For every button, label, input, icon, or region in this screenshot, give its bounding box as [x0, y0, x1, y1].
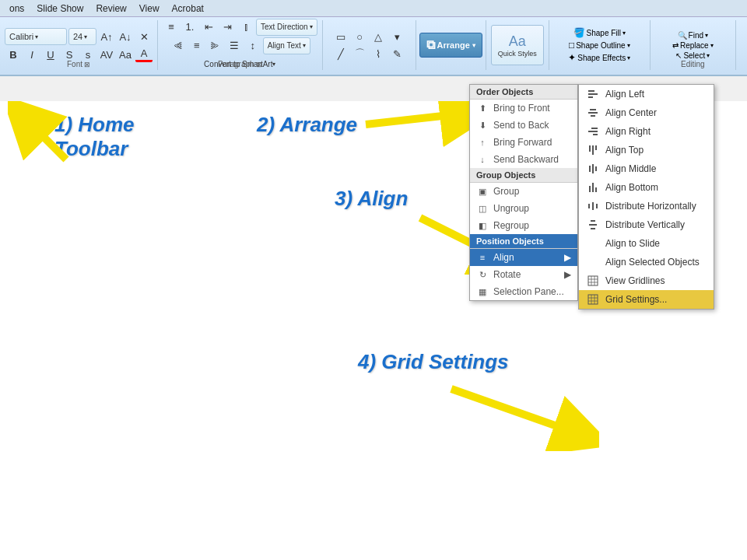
find-row[interactable]: 🔍 Find ▾ — [678, 31, 708, 40]
paragraph-expand-icon[interactable]: ⊠ — [256, 61, 262, 68]
replace-label: Replace — [680, 41, 709, 50]
shape-fill-row[interactable]: 🪣 Shape Fill ▾ — [573, 27, 626, 38]
svg-rect-3 — [590, 109, 596, 110]
svg-rect-4 — [588, 112, 598, 114]
justify-btn[interactable]: ☰ — [226, 38, 243, 54]
view-gridlines-item[interactable]: View Gridlines — [579, 271, 714, 290]
align-top-item[interactable]: Align Top — [579, 141, 714, 159]
align-left-btn[interactable]: ⫷ — [170, 38, 187, 54]
group-item[interactable]: ▣ Group — [470, 183, 577, 200]
ungroup-item[interactable]: ◫ Ungroup — [470, 200, 577, 217]
shape-fill-icon: 🪣 — [573, 27, 585, 38]
group-icon: ▣ — [476, 185, 489, 198]
line-spacing-btn[interactable]: ↕ — [244, 38, 261, 54]
replace-row[interactable]: ⇄ Replace ▾ — [672, 41, 714, 50]
shape-line-btn[interactable]: ╱ — [332, 46, 349, 61]
editing-group: 🔍 Find ▾ ⇄ Replace ▾ ↖ Select ▾ Editing — [651, 20, 736, 70]
dropdown-menu: Order Objects ⬆ Bring to Front ⬇ Send to… — [469, 84, 578, 301]
increase-font-btn[interactable]: A↑ — [98, 29, 115, 44]
shape-format-group: 🪣 Shape Fill ▾ □ Shape Outline ▾ ✦ Shape… — [549, 20, 651, 70]
align-to-slide-item[interactable]: Align to Slide — [579, 234, 714, 253]
shape-arc-btn[interactable]: ⌒ — [351, 46, 368, 61]
replace-icon: ⇄ — [672, 41, 679, 50]
shape-outline-row[interactable]: □ Shape Outline ▾ — [569, 40, 630, 51]
align-text-btn[interactable]: Align Text ▾ — [263, 37, 310, 54]
font-size-label: 24 — [73, 32, 82, 41]
bring-forward-item[interactable]: ↑ Bring Forward — [470, 134, 577, 151]
rotate-item[interactable]: ↻ Rotate ▶ — [470, 266, 577, 283]
decrease-font-btn[interactable]: A↓ — [117, 29, 134, 44]
align-item[interactable]: ≡ Align ▶ — [470, 249, 577, 266]
increase-indent-btn[interactable]: ⇥ — [219, 19, 236, 35]
menubar-item-slideshow[interactable]: Slide Show — [30, 2, 89, 16]
align-selected-item[interactable]: Align Selected Objects — [579, 253, 714, 271]
align-submenu-arrow: ▶ — [564, 252, 571, 263]
bullets-btn[interactable]: ≡ — [163, 19, 180, 35]
svg-rect-19 — [592, 202, 594, 210]
distribute-vertical-item[interactable]: Distribute Vertically — [579, 215, 714, 234]
decrease-indent-btn[interactable]: ⇤ — [200, 19, 217, 35]
shape-tri-btn[interactable]: △ — [370, 29, 387, 44]
editing-group-label: Editing — [651, 60, 735, 68]
group-label: Group — [493, 186, 519, 197]
bring-to-front-item[interactable]: ⬆ Bring to Front — [470, 100, 577, 117]
regroup-label: Regroup — [493, 220, 529, 231]
shape-freeform-btn[interactable]: ⌇ — [370, 46, 387, 61]
ribbon-toolbar-row: Calibri ▾ 24 ▾ A↑ A↓ ✕ B I U S s AV Aa A — [0, 19, 747, 72]
regroup-item[interactable]: ◧ Regroup — [470, 217, 577, 234]
position-objects-header: Position Objects — [470, 234, 577, 249]
quick-styles-label: Quick Styles — [498, 50, 537, 58]
selection-pane-item[interactable]: ▦ Selection Pane... — [470, 283, 577, 300]
font-row1: Calibri ▾ 24 ▾ A↑ A↓ ✕ — [5, 28, 153, 45]
arrange-btn[interactable]: ⧉ Arrange ▾ — [419, 33, 482, 58]
send-backward-label: Send Backward — [493, 154, 559, 165]
numbering-btn[interactable]: 1. — [181, 19, 198, 35]
clear-format-btn[interactable]: ✕ — [135, 29, 153, 44]
svg-rect-5 — [591, 115, 595, 117]
svg-rect-9 — [589, 145, 591, 152]
font-size-btn[interactable]: 24 ▾ — [68, 28, 96, 45]
select-row[interactable]: ↖ Select ▾ — [675, 51, 710, 60]
align-center-item[interactable]: Align Center — [579, 103, 714, 122]
font-size-arrow: ▾ — [84, 33, 87, 40]
menubar-item-ons[interactable]: ons — [3, 2, 30, 16]
align-bottom-icon — [587, 181, 599, 194]
send-backward-icon: ↓ — [476, 153, 489, 166]
columns-btn[interactable]: ⫿ — [237, 19, 254, 35]
shape-ellipse-btn[interactable]: ○ — [351, 29, 368, 44]
find-label: Find — [689, 31, 703, 40]
align-bottom-item[interactable]: Align Bottom — [579, 178, 714, 197]
font-name-btn[interactable]: Calibri ▾ — [5, 28, 67, 45]
paragraph-group: ≡ 1. ⇤ ⇥ ⫿ Text Direction ▾ ⫷ ≡ ⫸ ☰ ↕ Al… — [158, 20, 323, 70]
shape-edit-btn[interactable]: ✎ — [388, 46, 405, 61]
send-to-back-item[interactable]: ⬇ Send to Back — [470, 117, 577, 134]
shape-effects-row[interactable]: ✦ Shape Effects ▾ — [568, 52, 630, 63]
menubar-item-view[interactable]: View — [133, 2, 166, 16]
distribute-horizontal-item[interactable]: Distribute Horizontally — [579, 197, 714, 215]
shape-more-btn[interactable]: ▾ — [388, 29, 405, 44]
send-back-icon: ⬇ — [476, 119, 489, 131]
align-text-label: Align Text — [268, 41, 301, 50]
text-direction-label: Text Direction — [261, 23, 308, 31]
align-left-item[interactable]: Align Left — [579, 85, 714, 103]
shape-outline-label: Shape Outline — [576, 41, 625, 50]
align-middle-label: Align Middle — [605, 163, 656, 174]
grid-settings-item[interactable]: Grid Settings... — [579, 290, 714, 309]
svg-rect-17 — [595, 187, 597, 192]
align-right-item[interactable]: Align Right — [579, 122, 714, 141]
align-center-btn[interactable]: ≡ — [188, 38, 205, 54]
text-direction-btn[interactable]: Text Direction ▾ — [256, 19, 317, 36]
menubar-item-review[interactable]: Review — [89, 2, 132, 16]
distribute-v-icon — [587, 219, 599, 231]
arrange-arrow: ▾ — [472, 42, 475, 49]
align-middle-item[interactable]: Align Middle — [579, 159, 714, 178]
svg-rect-20 — [596, 204, 598, 208]
shape-rect-btn[interactable]: ▭ — [332, 29, 349, 44]
send-backward-item[interactable]: ↓ Send Backward — [470, 151, 577, 168]
menubar-item-acrobat[interactable]: Acrobat — [166, 2, 210, 16]
align-submenu-menu: Align Left Align Center Align Right Alig… — [578, 84, 714, 310]
send-back-label: Send to Back — [493, 120, 549, 131]
align-right-btn[interactable]: ⫸ — [207, 38, 224, 54]
quick-styles-btn[interactable]: Aa Quick Styles — [491, 25, 544, 65]
font-expand-icon[interactable]: ⊠ — [84, 61, 90, 68]
